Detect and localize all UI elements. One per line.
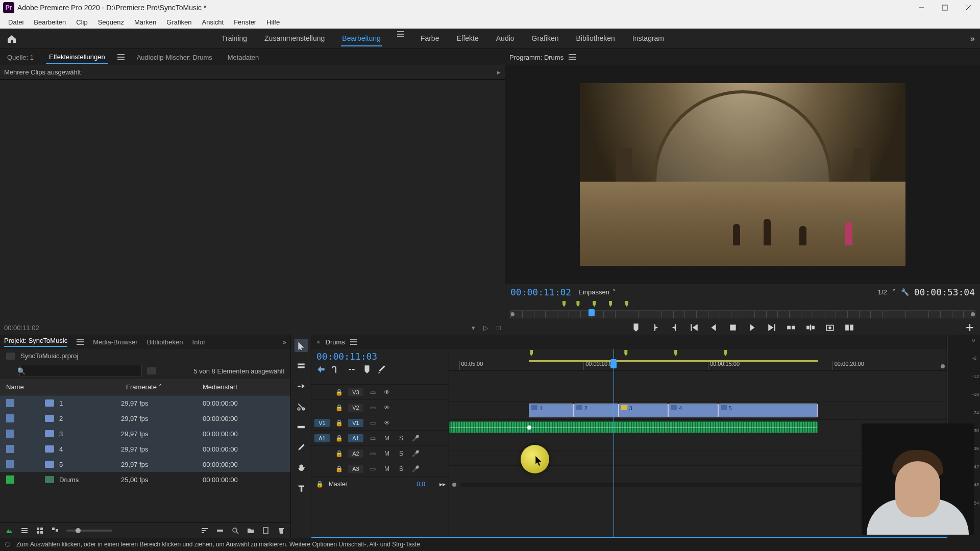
workspace-tab-instagram[interactable]: Instagram [631,31,665,46]
menu-clip[interactable]: Clip [71,17,92,28]
track-lane-v1[interactable]: 12345 [449,401,947,419]
source-tab[interactable]: Metadaten [225,52,262,63]
timeline-timecode[interactable]: 00:00:11:03 [316,351,377,362]
sequence-name[interactable]: Drums [326,338,345,346]
go-to-in-button[interactable] [689,322,699,333]
mute-button[interactable]: M [382,465,392,472]
lock-icon[interactable]: 🔒 [334,450,344,457]
project-tab[interactable]: Bibliotheken [147,338,183,346]
solo-button[interactable]: S [396,465,406,472]
menu-hilfe[interactable]: Hilfe [261,17,285,28]
label-color-chip[interactable] [6,475,14,484]
menu-ansicht[interactable]: Ansicht [197,17,229,28]
volume-keyframe[interactable] [527,425,531,430]
menu-marken[interactable]: Marken [129,17,161,28]
new-bin-button[interactable] [247,527,255,535]
comparison-view-button[interactable] [844,322,854,333]
project-row[interactable]: Drums 25,00 fps 00:00:00:00 [0,472,290,487]
export-frame-icon[interactable]: □ [497,324,501,332]
timeline-settings-icon[interactable] [378,365,387,374]
program-marker[interactable] [561,301,567,307]
video-track-header[interactable]: 🔒 V3 ▭ 👁 [311,384,449,399]
resolution-dropdown[interactable]: 1/2 [878,288,887,296]
program-marker[interactable] [592,301,597,307]
label-color-chip[interactable] [6,399,14,407]
video-clip[interactable]: 1 [529,404,574,417]
video-clip[interactable]: 2 [574,404,619,417]
tool-track-select[interactable] [295,359,308,372]
mark-out-button[interactable] [670,322,680,333]
thumb-size-slider[interactable] [66,530,112,532]
minimize-button[interactable] [910,0,933,15]
column-name[interactable]: Name [6,381,126,393]
menu-grafiken[interactable]: Grafiken [161,17,197,28]
program-ruler[interactable] [510,310,975,318]
playhead-line[interactable] [614,349,614,537]
workspace-tab-training[interactable]: Training [220,31,248,46]
project-row[interactable]: 4 29,97 fps 00:00:00:00 [0,441,290,457]
track-target[interactable]: V3 [348,388,363,396]
program-marker-strip[interactable] [510,300,975,307]
workspace-tab-bearbeitung[interactable]: Bearbeitung [341,31,382,46]
workspace-tab-bibliotheken[interactable]: Bibliotheken [575,31,616,46]
column-medienstart[interactable]: Medienstart [203,381,284,393]
audio-clip[interactable] [449,421,818,433]
lift-button[interactable] [786,322,796,333]
audio-track-header[interactable]: 🔒 A2 ▭ M S 🎤 [311,445,449,461]
project-row[interactable]: 1 29,97 fps 00:00:00:00 [0,395,290,411]
project-row[interactable]: 2 29,97 fps 00:00:00:00 [0,411,290,426]
program-marker[interactable] [575,301,580,307]
source-patch[interactable]: A1 [314,434,330,442]
track-lane-v3[interactable] [449,370,947,386]
project-tab[interactable]: Infor [192,338,206,346]
panel-menu-icon[interactable] [569,54,576,60]
lock-icon[interactable]: 🔒 [334,389,344,396]
project-rows[interactable]: 1 29,97 fps 00:00:00:00 2 29,97 fps 00:0… [0,395,290,522]
step-forward-button[interactable] [747,322,757,333]
column-framerate[interactable]: Framerate ˄ [126,381,203,393]
label-color-chip[interactable] [6,414,14,422]
program-marker[interactable] [624,301,629,307]
sync-lock-icon[interactable]: ▭ [368,419,378,427]
button-editor-button[interactable] [965,322,975,333]
add-marker-icon[interactable] [362,365,372,374]
automate-to-sequence-icon[interactable] [216,527,224,535]
solo-button[interactable]: S [396,450,406,457]
program-timecode[interactable]: 00:00:11:02 [510,287,571,297]
overflow-icon[interactable]: » [283,338,286,346]
source-tab[interactable]: Effekteinstellungen [46,51,108,64]
timeline-marker[interactable] [529,350,534,356]
sync-lock-icon[interactable]: ▭ [368,450,378,457]
timeline-marker[interactable] [723,350,728,356]
play-only-icon[interactable]: ▷ [483,324,488,332]
label-color-chip[interactable] [6,430,14,438]
zoom-knob-left[interactable] [510,312,514,316]
find-icon[interactable] [231,527,239,535]
toggle-track-output-icon[interactable]: 👁 [382,404,392,411]
master-track-header[interactable]: 🔒Master0,0▸▸ [311,476,449,491]
sync-lock-icon[interactable]: ▭ [368,404,378,411]
project-column-header[interactable]: Name Framerate ˄ Medienstart [0,379,290,395]
tool-pen[interactable] [295,441,308,454]
menu-datei[interactable]: Datei [3,17,29,28]
zoom-out-handle[interactable] [452,483,456,487]
video-track-header[interactable]: V1🔒 V1 ▭ 👁 [311,415,449,430]
track-lane-v2[interactable] [449,386,947,401]
lock-icon[interactable]: 🔒 [334,419,344,427]
label-color-chip[interactable] [6,460,14,468]
new-item-button[interactable] [262,527,270,535]
delete-button[interactable] [277,527,285,535]
freeform-view-button[interactable] [51,527,59,535]
menu-bearbeiten[interactable]: Bearbeiten [29,17,71,28]
toggle-track-output-icon[interactable]: 👁 [382,389,392,396]
stop-button[interactable] [728,322,738,333]
extract-button[interactable] [805,322,816,333]
master-value[interactable]: 0,0 [416,481,425,488]
workspace-menu-icon[interactable] [397,31,404,46]
effect-controls-body[interactable] [0,80,505,320]
close-sequence-icon[interactable]: × [316,338,321,346]
project-tab[interactable]: Projekt: SyncToMusic [4,337,67,347]
source-tab[interactable]: Audioclip-Mischer: Drums [134,52,215,63]
filter-icon[interactable]: ▾ [472,324,475,332]
label-color-chip[interactable] [6,445,14,453]
